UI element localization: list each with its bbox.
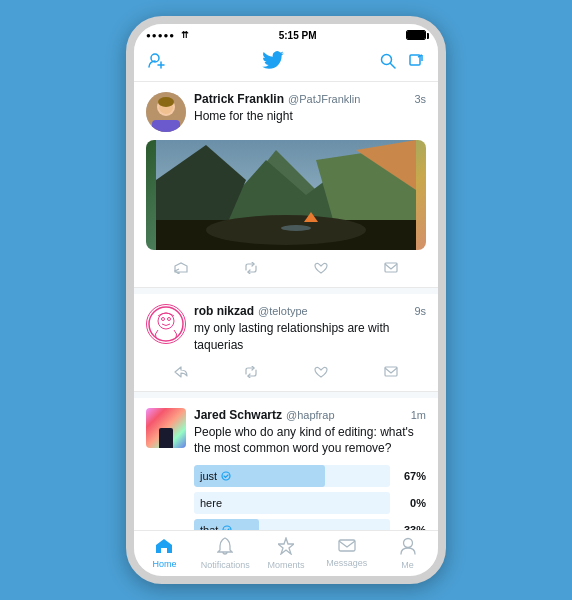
- svg-point-22: [281, 225, 311, 231]
- tweet-2-name: rob nikzad: [194, 304, 254, 318]
- tweet-2-meta: rob nikzad @telotype 9s my only lasting …: [194, 304, 426, 354]
- jared-figure: [159, 428, 173, 448]
- tweet-1-retweet[interactable]: [244, 262, 258, 277]
- tweet-2-actions: [146, 362, 426, 381]
- tweet-3-name: Jared Schwartz: [194, 408, 282, 422]
- poll-label-2: here: [200, 497, 222, 509]
- signal-dots: ●●●●●: [146, 31, 175, 40]
- tab-moments-label: Moments: [267, 560, 304, 570]
- poll-pct-1: 67%: [398, 470, 426, 482]
- tab-home-label: Home: [152, 559, 176, 569]
- tweet-3-meta: Jared Schwartz @hapfrap 1m People who do…: [194, 408, 426, 458]
- tweet-2: rob nikzad @telotype 9s my only lasting …: [134, 294, 438, 392]
- check-circle-1: [221, 471, 231, 481]
- poll-label-2-text: here: [200, 497, 222, 509]
- status-bar: ●●●●● ⇈ 5:15 PM: [134, 24, 438, 44]
- poll-label-1: just: [200, 470, 231, 482]
- search-button[interactable]: [380, 53, 396, 73]
- tweet-1-actions: [146, 258, 426, 277]
- compose-button[interactable]: [408, 53, 424, 73]
- tweet-2-reply[interactable]: [174, 366, 188, 381]
- poll-bar-1: just: [194, 465, 390, 487]
- poll-option-3[interactable]: that 33%: [194, 519, 426, 530]
- tweet-1-text: Home for the night: [194, 108, 426, 125]
- status-time: 5:15 PM: [279, 30, 317, 41]
- tweet-2-text: my only lasting relationships are with t…: [194, 320, 426, 354]
- svg-point-30: [223, 526, 231, 530]
- tweet-1: Patrick Franklin @PatJFranklin 3s Home f…: [134, 82, 438, 288]
- moments-icon: [278, 537, 294, 559]
- battery-icon: [406, 30, 426, 40]
- poll-bar-3: that: [194, 519, 390, 530]
- svg-point-12: [158, 97, 174, 107]
- tab-messages[interactable]: Messages: [316, 535, 377, 572]
- tweet-3-handle: @hapfrap: [286, 409, 334, 421]
- tweet-feed: Patrick Franklin @PatJFranklin 3s Home f…: [134, 82, 438, 530]
- nav-bar: [134, 44, 438, 82]
- svg-rect-28: [385, 367, 397, 376]
- tweet-1-name: Patrick Franklin: [194, 92, 284, 106]
- tweet-3-text: People who do any kind of editing: what'…: [194, 424, 426, 458]
- tweet-2-handle: @telotype: [258, 305, 308, 317]
- tab-me-label: Me: [401, 560, 414, 570]
- tab-moments[interactable]: Moments: [256, 533, 317, 574]
- tab-notifications-label: Notifications: [201, 560, 250, 570]
- tweet-1-reply[interactable]: [174, 262, 188, 277]
- svg-rect-32: [339, 540, 355, 551]
- twitter-logo: [262, 51, 284, 74]
- svg-marker-31: [278, 538, 294, 554]
- status-battery: [406, 30, 426, 40]
- poll-pct-2: 0%: [398, 497, 426, 509]
- notifications-icon: [217, 537, 233, 559]
- tweet-3-poll: just 67%: [194, 465, 426, 530]
- tab-me[interactable]: Me: [377, 533, 438, 574]
- poll-label-3: that: [200, 524, 232, 530]
- tab-home[interactable]: Home: [134, 534, 195, 573]
- tweet-1-dm[interactable]: [384, 262, 398, 277]
- me-icon: [400, 537, 416, 559]
- home-icon: [155, 538, 173, 558]
- poll-option-2[interactable]: here 0%: [194, 492, 426, 514]
- tweet-2-header: rob nikzad @telotype 9s my only lasting …: [146, 304, 426, 354]
- battery-fill: [407, 31, 425, 39]
- tweet-2-retweet[interactable]: [244, 366, 258, 381]
- poll-bar-2: here: [194, 492, 390, 514]
- tweet-2-time: 9s: [414, 305, 426, 317]
- tweet-1-meta: Patrick Franklin @PatJFranklin 3s Home f…: [194, 92, 426, 125]
- tweet-2-like[interactable]: [314, 366, 328, 381]
- tweet-2-avatar: [146, 304, 186, 344]
- status-signal: ●●●●● ⇈: [146, 30, 189, 40]
- poll-label-3-text: that: [200, 524, 218, 530]
- tweet-1-avatar: [146, 92, 186, 132]
- nav-right-actions: [380, 53, 424, 73]
- tweet-3-name-row: Jared Schwartz @hapfrap 1m: [194, 408, 426, 422]
- svg-rect-23: [385, 263, 397, 272]
- tweet-1-name-row: Patrick Franklin @PatJFranklin 3s: [194, 92, 426, 106]
- svg-line-4: [391, 63, 396, 68]
- tweet-1-header: Patrick Franklin @PatJFranklin 3s Home f…: [146, 92, 426, 132]
- poll-label-1-text: just: [200, 470, 217, 482]
- tweet-1-like[interactable]: [314, 262, 328, 277]
- tweet-3-time: 1m: [411, 409, 426, 421]
- poll-option-1[interactable]: just 67%: [194, 465, 426, 487]
- svg-point-29: [222, 472, 230, 480]
- tab-notifications[interactable]: Notifications: [195, 533, 256, 574]
- tweet-1-time: 3s: [414, 93, 426, 105]
- tweet-1-handle: @PatJFranklin: [288, 93, 360, 105]
- svg-point-33: [403, 539, 412, 548]
- svg-rect-10: [152, 120, 180, 132]
- wifi-icon: ⇈: [181, 30, 189, 40]
- tweet-3-avatar: [146, 408, 186, 448]
- tab-messages-label: Messages: [326, 558, 367, 568]
- tab-bar: Home Notifications Moments: [134, 530, 438, 576]
- tweet-3: Jared Schwartz @hapfrap 1m People who do…: [134, 398, 438, 530]
- messages-icon: [338, 539, 356, 557]
- tweet-2-dm[interactable]: [384, 366, 398, 381]
- svg-point-24: [149, 307, 183, 341]
- phone-screen: ●●●●● ⇈ 5:15 PM: [134, 24, 438, 576]
- tweet-2-name-row: rob nikzad @telotype 9s: [194, 304, 426, 318]
- add-user-button[interactable]: [148, 53, 166, 72]
- tweet-1-image: [146, 140, 426, 250]
- tweet-3-header: Jared Schwartz @hapfrap 1m People who do…: [146, 408, 426, 458]
- phone-frame: ●●●●● ⇈ 5:15 PM: [126, 16, 446, 584]
